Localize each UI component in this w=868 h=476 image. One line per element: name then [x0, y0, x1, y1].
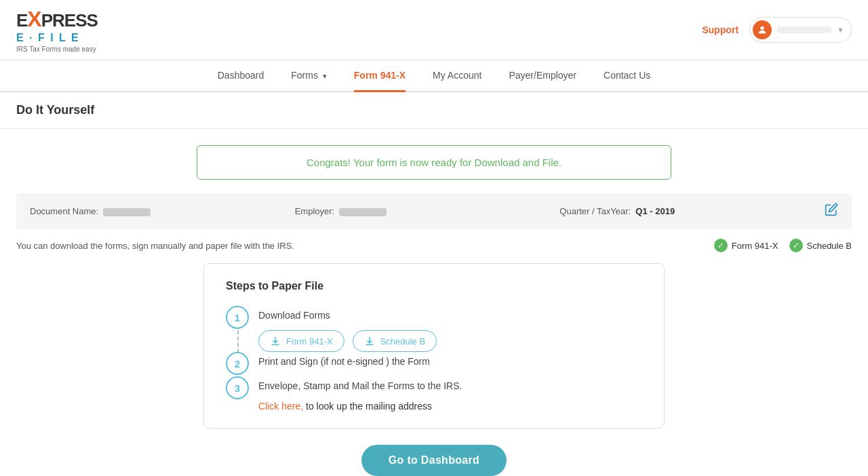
svg-point-0 [760, 26, 764, 30]
support-link[interactable]: Support [702, 24, 738, 35]
nav-item-payeremployer[interactable]: Payer/Employer [509, 60, 576, 92]
logo-tagline: IRS Tax Forms made easy [16, 45, 96, 53]
step-1-buttons: Form 941-X Schedule B [258, 330, 642, 352]
quarter-label: Quarter / TaxYear: [559, 206, 631, 216]
step-3-number: 3 [226, 376, 249, 399]
doc-info-row: Document Name: Employer: Quarter / TaxYe… [16, 193, 852, 229]
header-right: Support ▼ [702, 17, 852, 43]
step-1-content: Download Forms Form 941-X Schedule B [258, 306, 642, 352]
nav-item-contactus[interactable]: Contact Us [604, 60, 650, 92]
doc-info-name: Document Name: [30, 206, 295, 216]
steps-title: Steps to Paper File [226, 280, 642, 292]
forms-dropdown-arrow: ▾ [323, 72, 327, 80]
download-scheduleb-button[interactable]: Schedule B [353, 330, 437, 352]
logo-express: EXPRESS [16, 7, 98, 32]
congrats-banner: Congrats! Your form is now ready for Dow… [197, 145, 671, 180]
download-icon-1 [270, 336, 281, 346]
employer-label: Employer: [295, 206, 335, 216]
check-scheduleb: ✓ [789, 239, 803, 252]
user-name-blurred [777, 26, 831, 33]
step-2-content: Print and Sign (if not e-signed ) the Fo… [258, 352, 642, 376]
step-3-content: Envelope, Stamp and Mail the Forms to th… [258, 376, 642, 412]
doc-info-quarter: Quarter / TaxYear: Q1 - 2019 [559, 206, 825, 216]
dashboard-btn-row: Go to Dashboard [16, 445, 852, 476]
congrats-message: Congrats! Your form is now ready for Dow… [307, 157, 561, 168]
step-3-link-suffix: to look up the mailing address [306, 401, 432, 412]
download-form941x-label: Form 941-X [286, 336, 333, 346]
main-nav: Dashboard Forms ▾ Form 941-X My Account … [0, 60, 868, 92]
step-3-label: Envelope, Stamp and Mail the Forms to th… [258, 380, 642, 391]
download-icon-2 [364, 336, 375, 346]
header: EXPRESS E · F I L E IRS Tax Forms made e… [0, 0, 868, 60]
doc-info-employer: Employer: [295, 206, 560, 216]
check-form941x: ✓ [714, 239, 728, 252]
go-to-dashboard-button[interactable]: Go to Dashboard [361, 445, 507, 476]
logo-efile: E · F I L E [16, 32, 80, 44]
step-1-number: 1 [226, 306, 249, 329]
description-text: You can download the forms, sign manuall… [16, 241, 294, 251]
download-scheduleb-label: Schedule B [380, 336, 426, 346]
step-2-label: Print and Sign (if not e-signed ) the Fo… [258, 356, 642, 367]
step-2-number: 2 [226, 352, 249, 375]
form-status-row: You can download the forms, sign manuall… [16, 239, 852, 252]
nav-item-form941x[interactable]: Form 941-X [354, 60, 406, 92]
user-avatar [753, 20, 772, 39]
step-3: 3 Envelope, Stamp and Mail the Forms to … [226, 376, 642, 412]
quarter-value: Q1 - 2019 [635, 206, 675, 216]
page-header: Do It Yourself [0, 92, 868, 129]
step-3-link-row: Click here, to look up the mailing addre… [258, 401, 642, 412]
nav-item-myaccount[interactable]: My Account [433, 60, 481, 92]
logo: EXPRESS E · F I L E IRS Tax Forms made e… [16, 7, 98, 53]
step-1: 1 Download Forms Form 941-X Schedule [226, 306, 642, 352]
steps-box: Steps to Paper File 1 Download Forms For… [203, 263, 665, 429]
step-1-label: Download Forms [258, 310, 642, 321]
step-2: 2 Print and Sign (if not e-signed ) the … [226, 352, 642, 376]
user-account-pill[interactable]: ▼ [749, 17, 852, 43]
click-here-link[interactable]: Click here, [258, 401, 303, 412]
download-form941x-button[interactable]: Form 941-X [258, 330, 344, 352]
doc-name-value [103, 208, 151, 216]
page-title: Do It Yourself [16, 103, 852, 117]
main-content: Congrats! Your form is now ready for Dow… [0, 129, 868, 476]
user-dropdown-caret: ▼ [837, 26, 844, 34]
badge-form941x-label: Form 941-X [732, 241, 778, 251]
badge-scheduleb-label: Schedule B [807, 241, 852, 251]
badge-form941x: ✓ Form 941-X [714, 239, 778, 252]
nav-item-dashboard[interactable]: Dashboard [218, 60, 264, 92]
nav-item-forms[interactable]: Forms ▾ [291, 60, 327, 92]
form-badges: ✓ Form 941-X ✓ Schedule B [714, 239, 852, 252]
employer-value [339, 208, 387, 216]
badge-scheduleb: ✓ Schedule B [789, 239, 852, 252]
edit-doc-button[interactable] [825, 203, 838, 220]
doc-name-label: Document Name: [30, 206, 98, 216]
